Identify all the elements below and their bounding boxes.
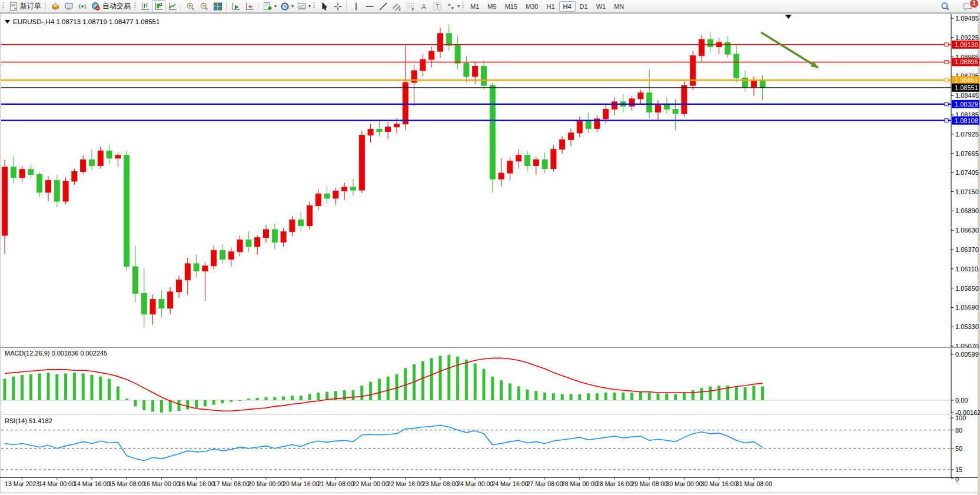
computer-icon[interactable] bbox=[62, 0, 75, 12]
arrows-icon[interactable] bbox=[444, 0, 457, 12]
timeframe-button-m5[interactable]: M5 bbox=[483, 1, 500, 12]
candle-up bbox=[98, 151, 103, 165]
macd-bar bbox=[648, 393, 651, 400]
macd-bar bbox=[47, 373, 50, 400]
timeframe-button-w1[interactable]: W1 bbox=[592, 1, 610, 12]
candle-up bbox=[656, 105, 661, 112]
chart-shift-icon[interactable] bbox=[242, 0, 256, 12]
candle-down bbox=[351, 187, 356, 190]
trendline-icon[interactable] bbox=[376, 0, 390, 12]
zoom-out-icon[interactable] bbox=[197, 0, 211, 12]
candle-up bbox=[228, 252, 234, 260]
macd-bar bbox=[430, 358, 433, 400]
timeframe-button-m30[interactable]: M30 bbox=[521, 1, 542, 12]
candle-up bbox=[264, 230, 269, 238]
time-axis-label: 28 Mar 16:00 bbox=[596, 480, 633, 487]
macd-bar bbox=[117, 387, 119, 400]
candle-up bbox=[612, 102, 617, 109]
macd-axis-label: 0.00 bbox=[955, 397, 968, 404]
macd-bar bbox=[38, 373, 41, 400]
candle-up bbox=[560, 139, 565, 149]
time-axis-label: 31 Mar 08:00 bbox=[736, 480, 772, 487]
crosshair-icon[interactable] bbox=[331, 0, 344, 12]
candle-up bbox=[603, 109, 609, 119]
toolbar-separator bbox=[45, 2, 46, 11]
level-line-handle[interactable] bbox=[945, 60, 948, 64]
timeframe-button-h1[interactable]: H1 bbox=[542, 1, 559, 12]
periods-icon bbox=[280, 2, 290, 11]
macd-bar bbox=[82, 373, 85, 400]
level-line-handle[interactable] bbox=[945, 43, 948, 46]
macd-bar bbox=[195, 400, 198, 408]
chart-window[interactable]: 1.094851.092251.089651.087051.084451.081… bbox=[0, 13, 980, 495]
candle-down bbox=[54, 181, 59, 201]
chart-canvas[interactable]: 1.094851.092251.089651.087051.084451.081… bbox=[0, 13, 980, 495]
level-line-handle[interactable] bbox=[945, 78, 948, 82]
timeframe-button-mn[interactable]: MN bbox=[610, 1, 628, 12]
candle-up bbox=[699, 39, 705, 56]
book-icon[interactable] bbox=[48, 0, 62, 12]
price-axis-label: 1.06370 bbox=[955, 246, 979, 253]
auto-scroll-icon[interactable] bbox=[229, 0, 242, 12]
macd-bar bbox=[474, 363, 477, 400]
search-icon[interactable] bbox=[939, 1, 952, 12]
vertical-line-icon[interactable] bbox=[349, 0, 363, 12]
price-tag-label: 1.08895 bbox=[955, 58, 978, 65]
candle-down bbox=[455, 45, 460, 63]
svg-text:F: F bbox=[411, 7, 414, 11]
macd-bar bbox=[247, 398, 250, 400]
macd-bar bbox=[134, 400, 137, 406]
price-axis-label: 1.05070 bbox=[955, 343, 979, 350]
tile-windows-icon[interactable] bbox=[211, 0, 224, 12]
toolbar-grip[interactable] bbox=[2, 2, 4, 11]
toolbar-grip[interactable] bbox=[313, 2, 315, 11]
macd-bar bbox=[265, 397, 268, 400]
timeframe-button-m15[interactable]: M15 bbox=[501, 1, 521, 12]
zoom-in-icon[interactable] bbox=[184, 0, 197, 12]
templates-icon[interactable] bbox=[295, 0, 308, 12]
time-axis-label: 21 Mar 08:00 bbox=[317, 480, 354, 487]
level-line-handle[interactable] bbox=[945, 102, 948, 106]
autotrading-button[interactable]: 自动交易 bbox=[89, 1, 133, 12]
candle-down bbox=[37, 175, 42, 192]
candle-up bbox=[569, 133, 574, 139]
new-order-button[interactable]: 新订单 bbox=[6, 1, 44, 12]
rsi-axis-label: 15 bbox=[955, 466, 962, 473]
fibonacci-icon[interactable]: F bbox=[403, 0, 417, 12]
timeframe-button-h4[interactable]: H4 bbox=[559, 1, 576, 12]
arrows-dropdown-caret[interactable]: ▾ bbox=[457, 4, 460, 9]
chat-icon[interactable]: 1 bbox=[961, 1, 974, 12]
price-axis-label: 1.07925 bbox=[955, 131, 979, 138]
templates-dropdown-caret[interactable]: ▾ bbox=[308, 4, 311, 9]
rsi-axis-label: 80 bbox=[955, 427, 962, 434]
signal-icon[interactable] bbox=[75, 0, 89, 12]
macd-bar bbox=[674, 394, 677, 400]
timeframe-button-m1[interactable]: M1 bbox=[466, 1, 483, 12]
toolbar-grip[interactable] bbox=[462, 2, 464, 11]
toolbar-grip[interactable] bbox=[134, 2, 136, 11]
timeframe-button-d1[interactable]: D1 bbox=[576, 1, 592, 12]
cursor-icon[interactable] bbox=[317, 0, 331, 12]
candlestick-chart-icon[interactable] bbox=[152, 0, 165, 12]
bar-chart-icon[interactable] bbox=[138, 0, 152, 12]
candle-up bbox=[507, 161, 513, 173]
periods-icon[interactable] bbox=[278, 0, 291, 12]
macd-bar bbox=[543, 393, 546, 400]
level-line-handle[interactable] bbox=[945, 119, 948, 122]
indicators-dropdown-caret[interactable]: ▾ bbox=[274, 4, 277, 9]
indicators-icon bbox=[263, 2, 273, 11]
periods-dropdown-caret[interactable]: ▾ bbox=[291, 4, 294, 9]
text-icon[interactable]: A bbox=[417, 0, 430, 12]
text-label-icon[interactable]: T bbox=[430, 0, 444, 12]
price-tag-label: 1.08551 bbox=[955, 84, 978, 91]
macd-bar bbox=[29, 374, 32, 400]
line-chart-icon[interactable] bbox=[165, 0, 179, 12]
indicators-icon[interactable] bbox=[261, 0, 274, 12]
candle-down bbox=[490, 85, 495, 179]
price-tag-label: 1.08329 bbox=[955, 101, 978, 108]
macd-bar bbox=[142, 400, 145, 410]
horizontal-line-icon[interactable] bbox=[363, 0, 376, 12]
equidistant-channel-icon[interactable]: E bbox=[390, 0, 403, 12]
candle-up bbox=[237, 240, 242, 252]
candle-up bbox=[2, 167, 8, 235]
